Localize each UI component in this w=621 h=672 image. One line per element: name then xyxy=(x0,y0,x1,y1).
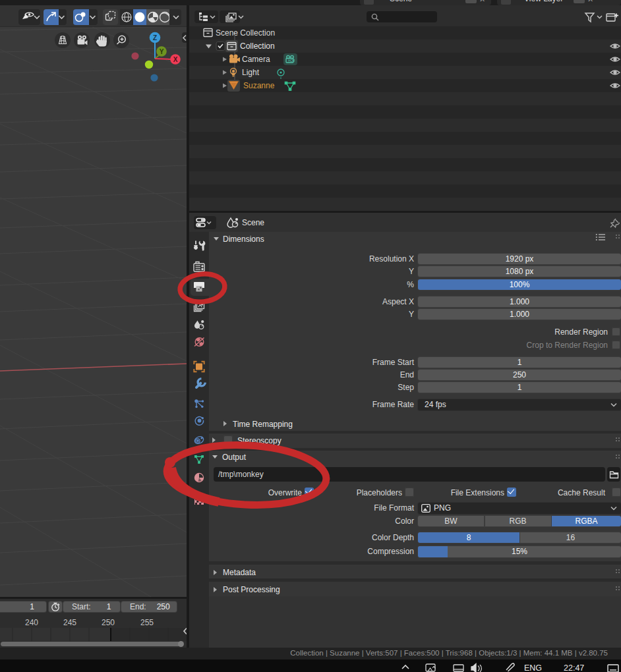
svg-text:Z: Z xyxy=(153,34,157,42)
svg-text:HCM: HCM xyxy=(288,59,295,63)
svg-text:Y: Y xyxy=(160,48,164,55)
svg-text:ENG: ENG xyxy=(524,663,542,672)
svg-text:X: X xyxy=(173,56,178,63)
svg-text:22:47: 22:47 xyxy=(564,663,584,672)
